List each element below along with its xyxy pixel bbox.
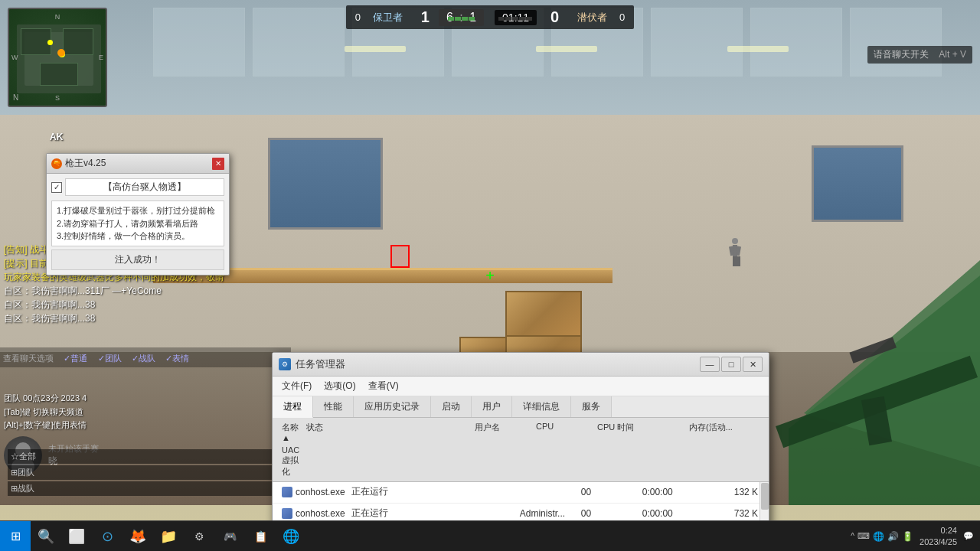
voice-panel: 语音聊天开关 Alt + V: [867, 46, 972, 64]
tm-tab-processes[interactable]: 进程: [273, 396, 313, 418]
cell-status-1: 正在运行: [348, 484, 425, 499]
process-icon-1: [282, 487, 292, 497]
taskbar-chrome-icon[interactable]: 🌐: [276, 521, 306, 552]
chat-options-label: 查看聊天选项: [3, 354, 54, 363]
cheat-close-button[interactable]: ✕: [212, 158, 224, 170]
svg-rect-10: [737, 256, 740, 266]
cheat-tip-3: 3.控制好情绪，做一个合格的演员。: [57, 230, 219, 243]
col-cpu[interactable]: CPU: [533, 420, 594, 444]
task-manager-icon: ⚙: [279, 358, 291, 370]
time-display: 0:24: [920, 525, 957, 536]
tray-volume[interactable]: 🔊: [887, 531, 899, 542]
tm-menu-file[interactable]: 文件(F): [276, 378, 318, 394]
wooden-box-3: [505, 291, 582, 337]
taskbar-explorer-icon[interactable]: 📁: [153, 521, 184, 552]
team-msg-1: 团队 00点23分 2023 4: [4, 392, 272, 406]
col-username[interactable]: 用户名: [472, 420, 533, 444]
tm-tab-details[interactable]: 详细信息: [512, 396, 571, 417]
cheat-tip-1: 1.打爆破尽量别过于嚣张，别打过分提前枪: [57, 204, 219, 217]
table-row[interactable]: conhost.exe 正在运行 00 0:00:00 132 K: [273, 482, 769, 504]
cell-uac-1: [279, 499, 348, 500]
taskbar-firefox-icon[interactable]: 🦊: [122, 521, 153, 552]
chat-options-bar[interactable]: 查看聊天选项 ✓普通 ✓团队 ✓战队 ✓表情: [0, 347, 291, 367]
cell-cputime-2: 0:00:00: [639, 507, 731, 520]
voice-hotkey: Alt + V: [939, 49, 966, 60]
task-manager-close[interactable]: ✕: [743, 357, 763, 372]
taskbar-edge-icon[interactable]: ⊙: [92, 521, 122, 552]
process-icon-2: [282, 508, 292, 519]
t-score: 0: [544, 8, 565, 26]
cheat-success: 注入成功！: [51, 249, 224, 270]
cheat-title: 🔫 枪王v4.25: [51, 157, 106, 170]
ct-score: 1: [415, 8, 436, 26]
t-health-bars: [498, 17, 532, 21]
tm-tab-app-history[interactable]: 应用历史记录: [354, 396, 431, 417]
hud-team-all: ⊞团队: [8, 465, 291, 480]
cheat-checkbox[interactable]: ✓: [51, 182, 62, 193]
sys-tray: ^ ⌨ 🌐 🔊 🔋: [851, 531, 913, 542]
t-name: 潜伏者: [577, 11, 607, 24]
col-uac[interactable]: UAC 虚拟化: [279, 444, 303, 479]
date-display: 2023/4/25: [920, 536, 957, 547]
notification-icon[interactable]: 💬: [963, 531, 974, 541]
col-cpu-time[interactable]: CPU 时间: [594, 420, 686, 444]
col-name[interactable]: 名称 ▲: [279, 420, 303, 444]
chat-line-6: 自区：我伤害啊啊...38: [4, 311, 287, 325]
chat-tab-emote[interactable]: ✓表情: [165, 354, 189, 363]
cell-cpu-1: 00: [578, 486, 639, 498]
tm-tab-performance[interactable]: 性能: [313, 396, 354, 417]
task-manager-title-text: 任务管理器: [296, 357, 345, 371]
scroll-thumb: [761, 483, 769, 510]
cell-empty-1: [425, 491, 517, 493]
tm-table-header: 名称 ▲ 状态 用户名 CPU CPU 时间 内存(活动... UAC 虚拟化: [273, 418, 769, 482]
crosshair: +: [485, 267, 495, 285]
cheat-title-text: 枪王v4.25: [65, 157, 106, 170]
taskbar-app2-icon[interactable]: 🎮: [214, 521, 245, 552]
svg-point-5: [732, 238, 738, 244]
tray-keyboard[interactable]: ⌨: [858, 531, 870, 541]
tab-hint: [Tab]键 切换聊天频道: [4, 406, 272, 419]
voice-label: 语音聊天开关: [874, 49, 929, 60]
compass: N: [13, 93, 18, 102]
team-ct: 0 保卫者 1: [355, 8, 436, 26]
chat-tab-squad[interactable]: ✓战队: [132, 354, 155, 363]
task-manager-titlebar[interactable]: ⚙ 任务管理器 — □ ✕: [273, 353, 769, 377]
chat-line-5: 自区：我伤害啊啊...38: [4, 298, 287, 311]
tm-tab-services[interactable]: 服务: [571, 396, 612, 417]
cell-memory-2: 732 K: [731, 507, 808, 520]
taskbar-time[interactable]: 0:24 2023/4/25: [920, 525, 957, 547]
taskbar-app1-icon[interactable]: ⚙: [184, 521, 214, 552]
cheat-tip-2: 2.请勿穿箱子打人，请勿频繁看墙后路: [57, 217, 219, 230]
target-box: [390, 245, 410, 268]
taskbar-taskview-icon[interactable]: ⬜: [61, 521, 92, 552]
start-button[interactable]: ⊞: [0, 521, 31, 552]
col-status[interactable]: 状态: [303, 420, 380, 444]
health-bars: [448, 17, 532, 21]
tray-network[interactable]: 🌐: [873, 531, 884, 542]
col-memory[interactable]: 内存(活动...: [686, 420, 763, 444]
tm-menu-options[interactable]: 选项(O): [318, 378, 361, 394]
cheat-icon: 🔫: [51, 158, 62, 169]
tm-tab-users[interactable]: 用户: [472, 396, 512, 417]
chat-line-4: 自区：我伤害啊啊...311厂 —+YeCome: [4, 284, 287, 298]
tray-battery[interactable]: 🔋: [902, 531, 913, 542]
chat-tab-normal[interactable]: ✓普通: [64, 354, 87, 363]
taskbar-right: ^ ⌨ 🌐 🔊 🔋 0:24 2023/4/25 💬: [851, 525, 980, 547]
ak-area-label: AK: [50, 132, 63, 142]
cheat-titlebar[interactable]: 🔫 枪王v4.25 ✕: [47, 154, 229, 174]
taskbar: ⊞ 🔍 ⬜ ⊙ 🦊 📁 ⚙ 🎮 📋 🌐 ^ ⌨ 🌐 🔊 🔋 0:24 2023/…: [0, 520, 980, 551]
bottom-hud: ☆全部 ⊞团队 ⊞战队: [4, 445, 295, 501]
chat-tab-team[interactable]: ✓团队: [98, 354, 122, 363]
cell-cpu-2: 00: [578, 507, 639, 520]
cell-name-1: conhost.exe: [279, 486, 348, 498]
taskbar-search-icon[interactable]: 🔍: [31, 521, 61, 552]
tm-tab-startup[interactable]: 启动: [431, 396, 472, 417]
taskbar-app3-icon[interactable]: 📋: [245, 521, 276, 552]
tm-menu-view[interactable]: 查看(V): [362, 378, 405, 394]
task-manager-minimize[interactable]: —: [700, 357, 720, 372]
tray-arrow[interactable]: ^: [851, 532, 854, 540]
cheat-checkbox-row: ✓ 【高仿台驱人物透】: [51, 178, 224, 196]
t-score-right: 0: [619, 11, 625, 23]
team-chat: 团队 00点23分 2023 4 [Tab]键 切换聊天频道 [Alt]+[数字…: [4, 392, 272, 432]
task-manager-maximize[interactable]: □: [721, 357, 741, 372]
